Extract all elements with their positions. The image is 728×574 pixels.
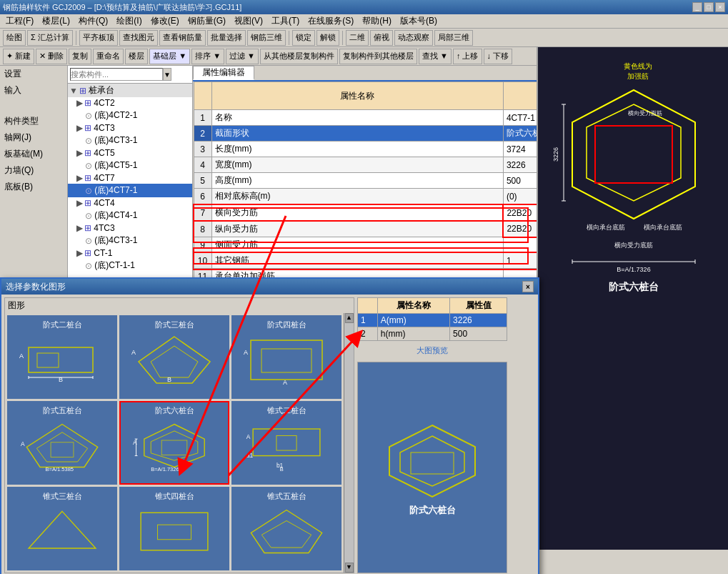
tree-4ct3-1[interactable]: ⊙ (底)4CT3-1 bbox=[68, 134, 192, 147]
tree-4tc3[interactable]: ▶ ⊞ 4TC3 bbox=[68, 222, 192, 234]
left-diban[interactable]: 底板(B) bbox=[0, 179, 67, 195]
tb2-fuzhi-to-other[interactable]: 复制构件到其他楼层 bbox=[339, 49, 417, 64]
menu-gongcheng[interactable]: 工程(F) bbox=[1, 14, 38, 28]
tb-jiesuo[interactable]: 解锁 bbox=[316, 30, 339, 46]
search-input[interactable] bbox=[70, 68, 163, 81]
shape-item-2[interactable]: 阶式三桩台 A B bbox=[119, 315, 229, 399]
close-btn[interactable]: × bbox=[715, 2, 725, 12]
prop-name-4: 宽度(mm) bbox=[211, 157, 503, 173]
tree-4ct4[interactable]: ▶ ⊞ 4CT4 bbox=[68, 197, 192, 209]
shape-item-9[interactable]: 锥式五桩台 bbox=[231, 487, 341, 570]
tree-4ct7-1[interactable]: ⊙ (底)4CT7-1 bbox=[68, 184, 192, 197]
tb2-fuzhi[interactable]: 复制 bbox=[69, 49, 91, 64]
tb-dongtaiguancha[interactable]: 动态观察 bbox=[394, 30, 433, 46]
shape-item-8[interactable]: 锥式四桩台 bbox=[119, 487, 229, 570]
dpt-row-1[interactable]: 1 A(mm) 3226 bbox=[358, 314, 507, 327]
svg-text:橫向承台底筋: 橫向承台底筋 bbox=[587, 224, 625, 231]
left-goujianxing[interactable]: 构件类型 bbox=[0, 113, 67, 129]
search-btn[interactable]: ▼ bbox=[163, 68, 171, 81]
tb-jubu[interactable]: 局部三维 bbox=[434, 30, 473, 46]
left-banji[interactable]: 板基础(M) bbox=[0, 146, 67, 162]
tb-huitu[interactable]: 绘图 bbox=[3, 30, 26, 46]
tree-4ct7[interactable]: ▶ ⊞ 4CT7 bbox=[68, 172, 192, 184]
shape-item-5[interactable]: 阶式六桩台 A B=A/1.7326 bbox=[119, 401, 229, 485]
tb-chazhao[interactable]: 查找图元 bbox=[119, 30, 158, 46]
shapes-section: 图形 阶式二桩台 A B bbox=[4, 297, 354, 573]
tb2-louceng[interactable]: 楼层 bbox=[125, 49, 148, 64]
dialog-prop-table: 属性名称 属性值 1 A(mm) 3226 2 h(mm) 500 bbox=[357, 297, 507, 341]
dpt-name-2: h(mm) bbox=[377, 327, 449, 341]
tb2-chongming[interactable]: 重命名 bbox=[93, 49, 124, 64]
tree-ct1-1[interactable]: ⊙ (底)CT-1-1 bbox=[68, 259, 192, 272]
tree-4ct2-label: 4CT2 bbox=[94, 98, 114, 108]
shape-item-3[interactable]: 阶式四桩台 A A bbox=[231, 315, 341, 399]
tree-4ct2-1[interactable]: ⊙ (底)4CT2-1 bbox=[68, 109, 192, 122]
svg-text:横向受力面筋: 横向受力面筋 bbox=[628, 110, 662, 117]
left-zhouc[interactable]: 轴网(J) bbox=[0, 129, 67, 146]
tree-4ct5[interactable]: ▶ ⊞ 4CT5 bbox=[68, 147, 192, 159]
tree-4ct2-1-label: (底)4CT2-1 bbox=[94, 109, 137, 122]
svg-rect-1 bbox=[29, 347, 93, 372]
dialog-close-btn[interactable]: × bbox=[522, 281, 534, 292]
menu-gangjinliang[interactable]: 钢筋量(G) bbox=[184, 14, 230, 28]
tb2-xiayi[interactable]: ↓ 下移 bbox=[484, 49, 513, 64]
tree-4ct2[interactable]: ▶ ⊞ 4CT2 bbox=[68, 97, 192, 109]
dpt-row-2[interactable]: 2 h(mm) 500 bbox=[358, 327, 507, 341]
tb2-xinjian[interactable]: ✦ 新建 bbox=[3, 49, 34, 64]
tb2-shangyi[interactable]: ↑ 上移 bbox=[453, 49, 482, 64]
shapes-scrollbar[interactable]: ▲ ▼ bbox=[344, 313, 354, 573]
tree-4ct5-1-label: (底)4CT5-1 bbox=[94, 159, 137, 172]
menu-zaixianfuwu[interactable]: 在线服务(S) bbox=[304, 14, 358, 28]
scroll-up-btn[interactable]: ▲ bbox=[345, 313, 354, 323]
maximize-btn[interactable]: □ bbox=[704, 2, 714, 12]
shapes-grid: 阶式二桩台 A B 阶式三桩台 bbox=[5, 313, 344, 573]
tb-gangjinsanwei[interactable]: 钢筋三维 bbox=[247, 30, 286, 46]
tree-4ct3-1-label: (底)4CT3-1 bbox=[94, 134, 137, 147]
tb2-paixu[interactable]: 排序 ▼ bbox=[191, 49, 224, 64]
svg-rect-41 bbox=[411, 452, 454, 474]
tree-4ct4-1[interactable]: ⊙ (底)4CT4-1 bbox=[68, 209, 192, 222]
menu-banbenhao[interactable]: 版本号(B) bbox=[396, 14, 442, 28]
left-shuru[interactable]: 输入 bbox=[0, 82, 67, 99]
title-bar: 钢筋抽样软件 GCJ2009 – [D:\预结算及抽筋\广联达抽筋\学习.GCJ… bbox=[0, 0, 728, 14]
shape-item-1[interactable]: 阶式二桩台 A B bbox=[7, 315, 117, 399]
shape-item-7[interactable]: 锥式三桩台 bbox=[7, 487, 117, 570]
dpt-val-1[interactable]: 3226 bbox=[450, 314, 507, 327]
tb-piliangxuanze[interactable]: 批量选择 bbox=[207, 30, 246, 46]
tree-4tc3-1[interactable]: ⊙ (底)4CT3-1 bbox=[68, 234, 192, 247]
left-liqiang[interactable]: 力墙(Q) bbox=[0, 162, 67, 179]
tb-pingqiban[interactable]: 平齐板顶 bbox=[79, 30, 118, 46]
tb2-shanchu[interactable]: ✕ 删除 bbox=[36, 49, 67, 64]
prop-name-8: 纵向受力筋 bbox=[211, 221, 503, 237]
tree-4ct3[interactable]: ▶ ⊞ 4CT3 bbox=[68, 122, 192, 134]
tb-erwei[interactable]: 二维 bbox=[346, 30, 369, 46]
tb2-guolv[interactable]: 过滤 ▼ bbox=[226, 49, 259, 64]
tree-ct1[interactable]: ▶ ⊞ CT-1 bbox=[68, 247, 192, 259]
menu-shitu[interactable]: 视图(V) bbox=[230, 14, 267, 28]
big-shape-preview: 阶式六桩台 bbox=[357, 362, 507, 573]
minimize-btn[interactable]: _ bbox=[692, 2, 702, 12]
window-controls[interactable]: _ □ × bbox=[692, 2, 725, 12]
scroll-down-btn[interactable]: ▼ bbox=[345, 563, 354, 573]
menu-goujian[interactable]: 构件(Q) bbox=[74, 14, 112, 28]
tb2-chazhao[interactable]: 查找 ▼ bbox=[419, 49, 452, 64]
tb-suoding[interactable]: 锁定 bbox=[292, 30, 315, 46]
tree-root[interactable]: ▼ ⊞ 桩承台 bbox=[68, 84, 192, 97]
tree-4ct5-1[interactable]: ⊙ (底)4CT5-1 bbox=[68, 159, 192, 172]
tb-chakangangjin[interactable]: 查看钢筋量 bbox=[159, 30, 206, 46]
preview-link[interactable]: 大图预览 bbox=[357, 345, 507, 356]
tb-huizong[interactable]: Σ 汇总计算 bbox=[27, 30, 73, 46]
tb2-cong-other[interactable]: 从其他楼层复制构件 bbox=[260, 49, 338, 64]
left-shezhi[interactable]: 设置 bbox=[0, 66, 67, 82]
menu-louceng[interactable]: 楼层(L) bbox=[38, 14, 74, 28]
tb-fushi[interactable]: 俯视 bbox=[370, 30, 393, 46]
menu-bangzhu[interactable]: 帮助(H) bbox=[358, 14, 396, 28]
menu-xiugai[interactable]: 修改(E) bbox=[146, 14, 184, 28]
shape-item-6[interactable]: 锥式二桩台 A a1 b1 B bbox=[231, 401, 341, 485]
menu-huitu[interactable]: 绘图(I) bbox=[112, 14, 146, 28]
menu-gongju[interactable]: 工具(T) bbox=[267, 14, 304, 28]
shape-item-4[interactable]: 阶式五桩台 A B=A/1.5385 bbox=[7, 401, 117, 485]
dpt-val-2[interactable]: 500 bbox=[450, 327, 507, 341]
tb2-jichuceng[interactable]: 基础层 ▼ bbox=[149, 49, 190, 64]
tab-property-editor[interactable]: 属性编辑器 bbox=[193, 66, 254, 80]
